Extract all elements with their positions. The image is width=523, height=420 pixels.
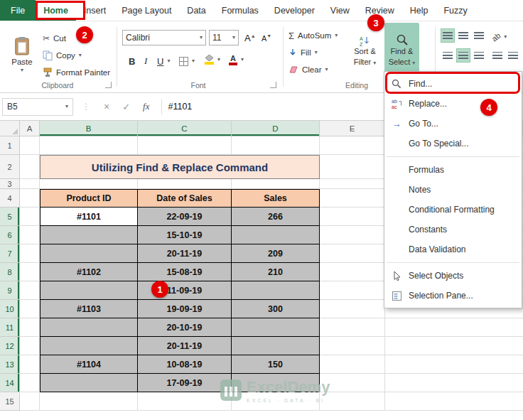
- cell-B5[interactable]: #1101: [40, 208, 138, 226]
- cell-C11[interactable]: 20-10-19: [138, 318, 232, 337]
- cell-B10[interactable]: #1103: [40, 300, 138, 318]
- cell-D10[interactable]: 300: [232, 300, 320, 318]
- autosum-button[interactable]: Σ AutoSum ▾: [289, 28, 338, 43]
- cell[interactable]: [232, 136, 320, 155]
- menu-item-conditional-formatting[interactable]: Conditional Formatting: [384, 200, 522, 220]
- menu-item-formulas[interactable]: Formulas: [384, 160, 522, 180]
- cell-C12[interactable]: 20-11-19: [138, 337, 232, 355]
- row-header-13[interactable]: 13: [0, 355, 20, 374]
- row-header-9[interactable]: 9: [0, 281, 20, 300]
- cell[interactable]: [20, 179, 40, 189]
- table-header-product-id[interactable]: Product ID: [40, 189, 138, 208]
- tab-page-layout[interactable]: Page Layout: [114, 0, 179, 21]
- cell-D8[interactable]: 210: [232, 263, 320, 281]
- table-header-sales[interactable]: Sales: [232, 189, 320, 208]
- tab-developer[interactable]: Developer: [266, 0, 323, 21]
- cell-C13[interactable]: 10-08-19: [138, 355, 232, 374]
- cell[interactable]: [138, 179, 232, 189]
- paste-button[interactable]: Paste ▾: [6, 27, 38, 82]
- cell-C8[interactable]: 15-08-19: [138, 263, 232, 281]
- row-header-1[interactable]: 1: [0, 136, 20, 155]
- cell-D6[interactable]: [232, 226, 320, 244]
- orientation-button[interactable]: ab▾: [492, 30, 507, 44]
- cell[interactable]: [20, 392, 40, 411]
- cell-D9[interactable]: [232, 281, 320, 300]
- cell[interactable]: [20, 374, 40, 392]
- align-right-button[interactable]: [472, 48, 486, 63]
- clipboard-dialog-launcher[interactable]: [105, 82, 112, 88]
- formula-input[interactable]: #1101: [168, 102, 192, 112]
- cell[interactable]: [20, 155, 40, 179]
- tab-formulas[interactable]: Formulas: [214, 0, 266, 21]
- font-color-button[interactable]: A ▾: [229, 53, 244, 67]
- cell-C14[interactable]: 17-09-19: [138, 374, 232, 392]
- cell[interactable]: [320, 136, 385, 155]
- row-header-2[interactable]: 2: [0, 155, 20, 179]
- italic-button[interactable]: I: [144, 54, 147, 68]
- cell-C10[interactable]: 19-09-19: [138, 300, 232, 318]
- worksheet-title-cell[interactable]: Utilizing Find & Replace Command: [40, 155, 320, 179]
- enter-icon[interactable]: ✓: [122, 102, 130, 112]
- row-header-8[interactable]: 8: [0, 263, 20, 281]
- grow-font-button[interactable]: A▲: [244, 31, 256, 45]
- shrink-font-button[interactable]: A▼: [262, 31, 271, 45]
- cell-B13[interactable]: #1104: [40, 355, 138, 374]
- menu-item-constants[interactable]: Constants: [384, 220, 522, 239]
- cell[interactable]: [320, 155, 385, 179]
- increase-indent-button[interactable]: [506, 48, 520, 63]
- table-header-date-of-sales[interactable]: Date of Sales: [138, 189, 232, 208]
- format-painter-button[interactable]: Format Painter: [43, 65, 110, 80]
- row-header-15[interactable]: 15: [0, 392, 20, 411]
- cell-D7[interactable]: 209: [232, 244, 320, 263]
- align-left-button[interactable]: [441, 48, 455, 63]
- font-name-combo[interactable]: Calibri ▾: [122, 30, 206, 45]
- cell[interactable]: [320, 337, 385, 355]
- cell-C5[interactable]: 22-09-19: [138, 208, 232, 226]
- find-select-button[interactable]: Find & Select ▾: [384, 23, 419, 78]
- cell-C7[interactable]: 20-11-19: [138, 244, 232, 263]
- menu-item-selection-pane[interactable]: Selection Pane...: [384, 286, 522, 306]
- cell-B8[interactable]: #1102: [40, 263, 138, 281]
- top-align-button[interactable]: [441, 28, 455, 43]
- menu-item-go-to-special[interactable]: Go To Special...: [384, 134, 522, 154]
- tab-file[interactable]: File: [0, 0, 36, 21]
- cell[interactable]: [138, 136, 232, 155]
- middle-align-button[interactable]: [456, 28, 470, 43]
- row-header-14[interactable]: 14: [0, 374, 20, 392]
- row-header-12[interactable]: 12: [0, 337, 20, 355]
- cell-B12[interactable]: [40, 337, 138, 355]
- row-header-6[interactable]: 6: [0, 226, 20, 244]
- cell[interactable]: [40, 392, 138, 411]
- cell[interactable]: [20, 136, 40, 155]
- cell-B9[interactable]: [40, 281, 138, 300]
- fill-color-button[interactable]: ▾: [205, 53, 220, 67]
- copy-button[interactable]: Copy ▾: [43, 48, 82, 63]
- cell[interactable]: [20, 244, 40, 263]
- cell[interactable]: [320, 355, 385, 374]
- underline-button[interactable]: U▾: [157, 54, 170, 68]
- column-header-a[interactable]: A: [20, 121, 40, 136]
- cell[interactable]: [138, 392, 232, 411]
- cell[interactable]: [40, 179, 138, 189]
- menu-item-select-objects[interactable]: Select Objects: [384, 266, 522, 286]
- cell[interactable]: [320, 179, 385, 189]
- cell[interactable]: [320, 208, 385, 226]
- cell[interactable]: [20, 355, 40, 374]
- row-header-10[interactable]: 10: [0, 300, 20, 318]
- tab-data[interactable]: Data: [179, 0, 213, 21]
- cell[interactable]: [320, 263, 385, 281]
- cell[interactable]: [20, 189, 40, 208]
- row-header-3[interactable]: 3: [0, 179, 20, 189]
- cell[interactable]: [20, 318, 40, 337]
- decrease-indent-button[interactable]: [490, 48, 505, 63]
- cell-D12[interactable]: [232, 337, 320, 355]
- cell[interactable]: [20, 337, 40, 355]
- font-size-combo[interactable]: 11 ▾: [209, 30, 239, 45]
- row-header-5[interactable]: 5: [0, 208, 20, 226]
- cell-D13[interactable]: 150: [232, 355, 320, 374]
- cell[interactable]: [20, 226, 40, 244]
- sort-filter-button[interactable]: AZ Sort & Filter ▾: [347, 24, 382, 78]
- row-header-11[interactable]: 11: [0, 318, 20, 337]
- menu-item-data-validation[interactable]: Data Validation: [384, 239, 522, 259]
- cell[interactable]: [20, 281, 40, 300]
